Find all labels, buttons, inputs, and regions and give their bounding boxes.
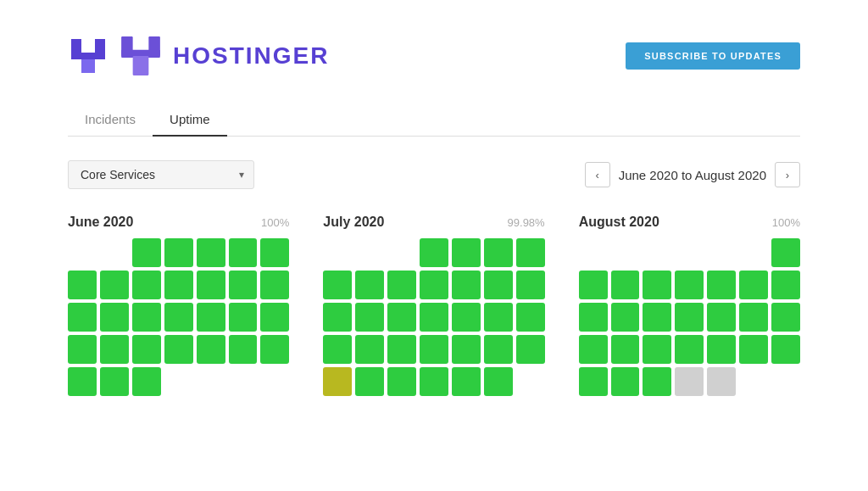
cal-cell-0-14 xyxy=(68,303,97,332)
calendar-grid-2 xyxy=(579,238,800,396)
cal-cell-2-25 xyxy=(707,335,736,364)
cal-cell-1-21 xyxy=(323,335,352,364)
cal-cell-0-27 xyxy=(260,335,289,364)
cal-cell-0-34 xyxy=(260,367,289,396)
calendar-header-1: July 202099.98% xyxy=(323,215,544,230)
cal-cell-1-9 xyxy=(387,271,416,299)
calendar-block-2: August 2020100% xyxy=(579,215,800,396)
cal-cell-1-33 xyxy=(484,367,513,396)
cal-cell-1-6 xyxy=(516,238,545,267)
next-date-button[interactable]: › xyxy=(775,162,800,187)
cal-cell-2-2 xyxy=(643,238,671,267)
cal-cell-1-27 xyxy=(516,335,545,364)
cal-cell-2-20 xyxy=(771,303,800,332)
cal-cell-1-8 xyxy=(355,271,384,299)
prev-date-button[interactable]: ‹ xyxy=(585,162,610,187)
cal-cell-2-12 xyxy=(739,271,768,299)
cal-cell-0-20 xyxy=(260,303,289,332)
tabs-area: Incidents Uptime xyxy=(68,103,800,137)
calendar-grid-1 xyxy=(323,238,544,396)
cal-cell-0-32 xyxy=(197,367,225,396)
cal-cell-2-16 xyxy=(643,303,671,332)
cal-cell-0-3 xyxy=(164,238,193,267)
subscribe-button[interactable]: SUBSCRIBE TO UPDATES xyxy=(626,42,800,70)
cal-cell-0-23 xyxy=(132,335,161,364)
cal-cell-1-31 xyxy=(420,367,448,396)
calendar-pct-0: 100% xyxy=(261,216,289,229)
calendar-block-1: July 202099.98% xyxy=(323,215,544,396)
cal-cell-2-24 xyxy=(675,335,704,364)
cal-cell-1-25 xyxy=(452,335,481,364)
cal-cell-2-15 xyxy=(611,303,640,332)
cal-cell-2-4 xyxy=(707,238,736,267)
cal-cell-1-24 xyxy=(420,335,448,364)
cal-cell-1-20 xyxy=(516,303,545,332)
cal-cell-2-34 xyxy=(771,367,800,396)
cal-cell-2-13 xyxy=(771,271,800,299)
date-navigation: ‹ June 2020 to August 2020 › xyxy=(585,162,800,187)
hostinger-logo xyxy=(119,34,163,78)
service-dropdown[interactable]: Core Services Web Hosting VPS Email xyxy=(68,160,254,189)
cal-cell-0-13 xyxy=(260,271,289,299)
cal-cell-0-18 xyxy=(197,303,225,332)
cal-cell-2-23 xyxy=(643,335,671,364)
cal-cell-0-8 xyxy=(100,271,129,299)
svg-rect-8 xyxy=(133,56,149,75)
cal-cell-2-10 xyxy=(675,271,704,299)
cal-cell-1-15 xyxy=(355,303,384,332)
cal-cell-0-15 xyxy=(100,303,129,332)
cal-cell-1-34 xyxy=(516,367,545,396)
cal-cell-2-30 xyxy=(643,367,671,396)
calendar-month-0: June 2020 xyxy=(68,215,133,230)
cal-cell-2-7 xyxy=(579,271,608,299)
cal-cell-0-1 xyxy=(100,238,129,267)
controls-row: Core Services Web Hosting VPS Email ▾ ‹ … xyxy=(68,160,800,189)
cal-cell-2-28 xyxy=(579,367,608,396)
cal-cell-0-9 xyxy=(132,271,161,299)
cal-cell-0-7 xyxy=(68,271,97,299)
cal-cell-1-1 xyxy=(355,238,384,267)
cal-cell-0-26 xyxy=(229,335,258,364)
cal-cell-2-26 xyxy=(739,335,768,364)
cal-cell-1-30 xyxy=(387,367,416,396)
cal-cell-2-5 xyxy=(739,238,768,267)
logo-area: HOSTINGER xyxy=(68,34,329,78)
cal-cell-2-6 xyxy=(771,238,800,267)
calendars-row: June 2020100%July 202099.98%August 20201… xyxy=(68,215,800,396)
cal-cell-0-21 xyxy=(68,335,97,364)
cal-cell-0-28 xyxy=(68,367,97,396)
svg-rect-3 xyxy=(71,53,105,59)
cal-cell-0-10 xyxy=(164,271,193,299)
cal-cell-0-24 xyxy=(164,335,193,364)
cal-cell-1-13 xyxy=(516,271,545,299)
cal-cell-1-7 xyxy=(323,271,352,299)
cal-cell-0-2 xyxy=(132,238,161,267)
cal-cell-2-1 xyxy=(611,238,640,267)
cal-cell-2-9 xyxy=(643,271,671,299)
tab-uptime[interactable]: Uptime xyxy=(153,103,227,137)
cal-cell-0-12 xyxy=(229,271,258,299)
cal-cell-2-33 xyxy=(739,367,768,396)
cal-cell-1-10 xyxy=(420,271,448,299)
calendar-month-1: July 2020 xyxy=(323,215,384,230)
cal-cell-2-21 xyxy=(579,335,608,364)
cal-cell-1-5 xyxy=(484,238,513,267)
cal-cell-1-12 xyxy=(484,271,513,299)
logo-text: HOSTINGER xyxy=(173,42,329,70)
cal-cell-1-29 xyxy=(355,367,384,396)
cal-cell-1-14 xyxy=(323,303,352,332)
cal-cell-1-2 xyxy=(387,238,416,267)
cal-cell-2-3 xyxy=(675,238,704,267)
cal-cell-1-4 xyxy=(452,238,481,267)
cal-cell-0-33 xyxy=(229,367,258,396)
cal-cell-2-14 xyxy=(579,303,608,332)
cal-cell-2-27 xyxy=(771,335,800,364)
cal-cell-1-32 xyxy=(452,367,481,396)
cal-cell-1-23 xyxy=(387,335,416,364)
date-range-label: June 2020 to August 2020 xyxy=(619,168,766,182)
tab-incidents[interactable]: Incidents xyxy=(68,103,153,137)
cal-cell-1-28 xyxy=(323,367,352,396)
cal-cell-2-19 xyxy=(739,303,768,332)
cal-cell-0-31 xyxy=(164,367,193,396)
svg-rect-4 xyxy=(81,59,95,73)
